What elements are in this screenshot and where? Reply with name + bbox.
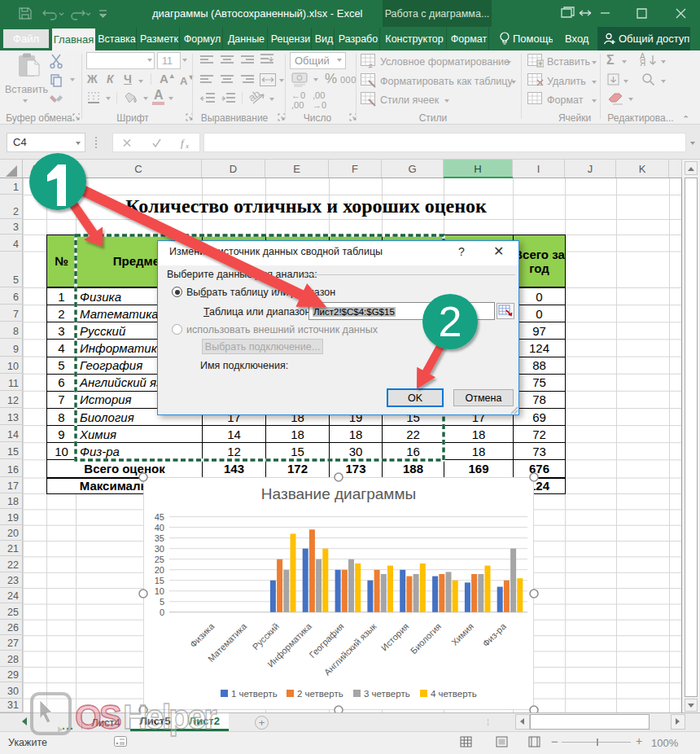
svg-text:OS: OS (75, 698, 121, 736)
svg-text:2: 2 (439, 298, 462, 345)
svg-text:Helper: Helper (123, 698, 217, 736)
